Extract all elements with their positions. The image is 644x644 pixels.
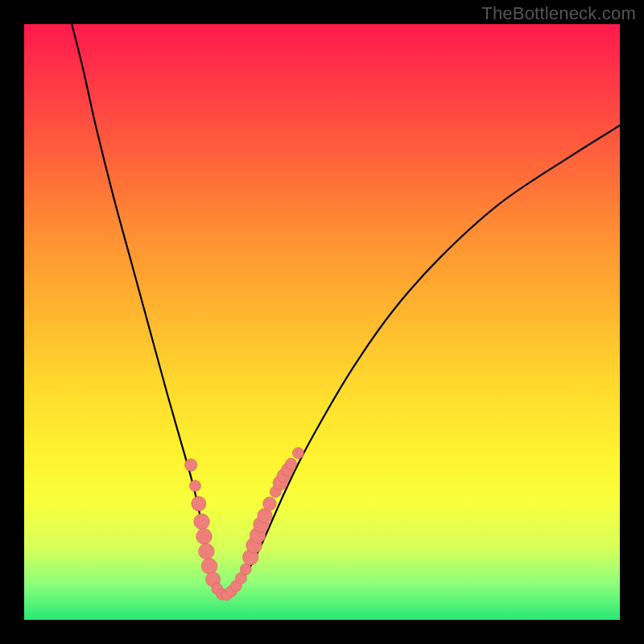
- bottleneck-curve-svg: [24, 24, 620, 620]
- curve-marker: [292, 448, 303, 459]
- curve-marker: [263, 497, 277, 510]
- curve-marker: [199, 543, 215, 559]
- watermark-text: TheBottleneck.com: [481, 3, 636, 24]
- plot-area: [24, 24, 620, 620]
- curve-marker: [201, 559, 217, 575]
- curve-markers: [185, 448, 304, 601]
- curve-marker: [189, 481, 200, 492]
- bottleneck-curve: [72, 24, 620, 597]
- chart-frame: TheBottleneck.com: [0, 0, 644, 644]
- curve-marker: [286, 458, 297, 469]
- curve-marker: [196, 529, 213, 545]
- curve-marker: [194, 514, 210, 530]
- curve-marker: [192, 497, 206, 511]
- curve-marker: [185, 459, 197, 471]
